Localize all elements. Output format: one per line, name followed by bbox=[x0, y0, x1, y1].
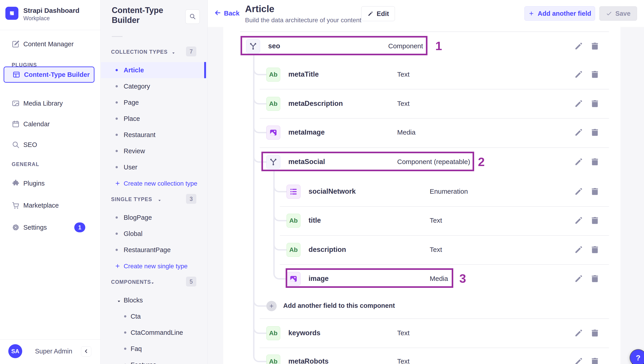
plus-icon bbox=[114, 180, 121, 187]
sidebar-item-content-manager[interactable]: Content Manager bbox=[0, 36, 100, 52]
delete-field-button[interactable] bbox=[590, 41, 600, 52]
help-button[interactable]: ? bbox=[630, 349, 644, 364]
subnav-item-features[interactable]: Features bbox=[101, 357, 208, 364]
field-type: Media bbox=[397, 128, 416, 136]
strapi-logo[interactable] bbox=[6, 7, 18, 20]
subnav-item-label: Review bbox=[124, 147, 145, 155]
annotation-box-2 bbox=[262, 152, 474, 171]
delete-field-button[interactable] bbox=[590, 216, 600, 226]
pencil-icon bbox=[574, 99, 584, 109]
subnav-item-page[interactable]: Page bbox=[101, 94, 208, 111]
delete-field-button[interactable] bbox=[590, 69, 600, 80]
subnav-item-restaurant[interactable]: Restaurant bbox=[101, 127, 208, 143]
edit-field-button[interactable] bbox=[574, 274, 584, 284]
add-another-field-button[interactable]: Add another field bbox=[524, 6, 595, 21]
subnav-item-label: Article bbox=[124, 67, 144, 74]
sidebar-item-label: Calendar bbox=[23, 120, 50, 128]
subnav-action-create-new-collection-type[interactable]: Create new collection type bbox=[101, 175, 208, 192]
pencil-icon bbox=[574, 245, 584, 255]
subnav-action-create-new-single-type[interactable]: Create new single type bbox=[101, 258, 208, 274]
trash-icon bbox=[590, 69, 600, 79]
add-field-to-component-button[interactable] bbox=[266, 301, 277, 311]
trash-icon bbox=[590, 216, 600, 225]
text-field-badge: Ab bbox=[269, 358, 277, 364]
save-button[interactable]: Save bbox=[599, 6, 637, 21]
sidebar-item-label: Content Manager bbox=[23, 41, 74, 48]
edit-field-button[interactable] bbox=[574, 41, 584, 52]
trash-icon bbox=[590, 127, 600, 137]
edit-field-button[interactable] bbox=[574, 69, 584, 80]
subnav-section-collection-types[interactable]: COLLECTION TYPES7 bbox=[101, 46, 208, 58]
delete-field-button[interactable] bbox=[590, 157, 600, 167]
bullet-icon bbox=[116, 216, 118, 219]
subnav-item-label: RestaurantPage bbox=[124, 246, 171, 254]
bullet-icon bbox=[124, 315, 126, 317]
subnav-group-blocks[interactable]: Blocks bbox=[101, 292, 208, 308]
add-field-to-component-label[interactable]: Add another field to this component bbox=[283, 302, 395, 309]
edit-button[interactable]: Edit bbox=[361, 6, 395, 21]
sidebar-item-label: SEO bbox=[23, 141, 37, 148]
edit-field-button[interactable] bbox=[574, 187, 584, 197]
bullet-icon bbox=[116, 233, 118, 235]
sidebar-item-label: Marketplace bbox=[23, 202, 59, 209]
subnav-item-review[interactable]: Review bbox=[101, 143, 208, 159]
check-icon bbox=[606, 10, 612, 17]
sidebar-item-marketplace[interactable]: Marketplace bbox=[0, 197, 100, 214]
bullet-icon bbox=[116, 166, 118, 168]
row-divider bbox=[260, 147, 609, 148]
delete-field-button[interactable] bbox=[590, 187, 600, 197]
sidebar-item-calendar[interactable]: Calendar bbox=[0, 116, 100, 132]
delete-field-button[interactable] bbox=[590, 99, 600, 109]
subnav-item-place[interactable]: Place bbox=[101, 111, 208, 127]
delete-field-button[interactable] bbox=[590, 274, 600, 284]
subnav-section-label: COLLECTION TYPES bbox=[111, 49, 168, 55]
subnav-item-user[interactable]: User bbox=[101, 159, 208, 175]
back-link[interactable]: Back bbox=[214, 9, 240, 18]
sidebar-item-plugins[interactable]: Plugins bbox=[0, 175, 100, 192]
calendar-icon bbox=[12, 120, 20, 128]
edit-field-button[interactable] bbox=[574, 328, 584, 338]
annotation-number: 3 bbox=[459, 271, 466, 285]
edit-field-button[interactable] bbox=[574, 157, 584, 167]
sidebar-item-seo[interactable]: SEO bbox=[0, 137, 100, 153]
delete-field-button[interactable] bbox=[590, 245, 600, 255]
edit-field-button[interactable] bbox=[574, 245, 584, 255]
edit-field-button[interactable] bbox=[574, 356, 584, 364]
subnav-item-label: Category bbox=[124, 83, 150, 90]
app-sidebar: Strapi Dashboard Workplace Content Manag… bbox=[0, 0, 100, 364]
sidebar-section-label: GENERAL bbox=[12, 161, 39, 167]
edit-field-button[interactable] bbox=[574, 99, 584, 109]
subnav-item-blogpage[interactable]: BlogPage bbox=[101, 209, 208, 226]
delete-field-button[interactable] bbox=[590, 356, 600, 364]
subnav-item-faq[interactable]: Faq bbox=[101, 341, 208, 357]
tree-connector-elbow bbox=[253, 122, 266, 133]
field-name: keywords bbox=[288, 329, 320, 337]
sidebar-collapse-button[interactable] bbox=[81, 346, 91, 356]
chevron-down-icon bbox=[150, 280, 155, 286]
subnav-section-components[interactable]: COMPONENTS5 bbox=[101, 276, 208, 288]
sidebar-item-media-library[interactable]: Media Library bbox=[0, 95, 100, 111]
subnav-section-single-types[interactable]: SINGLE TYPES3 bbox=[101, 193, 208, 206]
bullet-icon bbox=[124, 347, 126, 350]
subnav-item-global[interactable]: Global bbox=[101, 226, 208, 242]
edit-field-button[interactable] bbox=[574, 216, 584, 226]
avatar[interactable]: SA bbox=[8, 344, 22, 358]
subnav-item-cta[interactable]: Cta bbox=[101, 308, 208, 324]
sidebar-item-content-type-builder[interactable]: Content-Type Builder bbox=[4, 67, 94, 83]
annotation-number: 2 bbox=[478, 155, 485, 169]
sidebar-item-settings[interactable]: Settings1 bbox=[0, 219, 100, 236]
field-name: socialNetwork bbox=[308, 188, 356, 196]
trash-icon bbox=[590, 245, 600, 255]
edit-field-button[interactable] bbox=[574, 127, 584, 138]
subnav-item-restaurantpage[interactable]: RestaurantPage bbox=[101, 242, 208, 258]
text-field-badge: Ab bbox=[269, 330, 277, 337]
subnav-item-ctacommandline[interactable]: CtaCommandLine bbox=[101, 324, 208, 341]
delete-field-button[interactable] bbox=[590, 127, 600, 138]
delete-field-button[interactable] bbox=[590, 328, 600, 338]
search-button[interactable] bbox=[185, 10, 200, 24]
plus-icon bbox=[114, 263, 121, 269]
text-field-badge: Ab bbox=[289, 246, 298, 253]
chevron-down-icon bbox=[157, 198, 162, 203]
subnav-item-category[interactable]: Category bbox=[101, 78, 208, 94]
subnav-item-article[interactable]: Article bbox=[101, 62, 208, 78]
